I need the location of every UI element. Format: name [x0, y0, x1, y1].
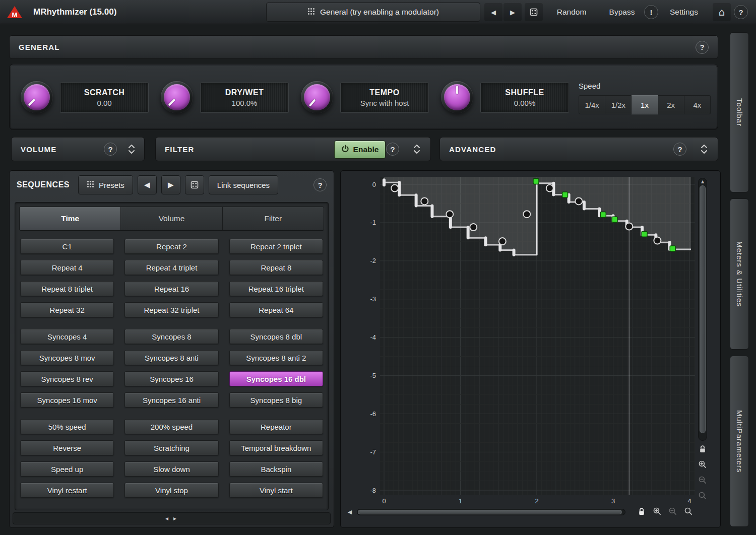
sequence-preset-syncopes-16-anti[interactable]: Syncopes 16 anti: [124, 392, 218, 408]
sequence-preset-repeat-4-triplet[interactable]: Repeat 4 triplet: [124, 260, 218, 275]
volume-collapse-control[interactable]: [126, 143, 137, 155]
sequence-preset-vinyl-stop[interactable]: Vinyl stop: [124, 483, 218, 498]
tab-time[interactable]: Time: [20, 207, 121, 230]
sequence-preset-syncopes-8-mov[interactable]: Syncopes 8 mov: [20, 350, 114, 365]
lock-vertical-icon[interactable]: [697, 443, 709, 455]
sequence-preset-repeat-32-triplet[interactable]: Repeat 32 triplet: [124, 302, 218, 317]
sequence-preset-repeat-2-triplet[interactable]: Repeat 2 triplet: [229, 239, 323, 254]
zoom-fit-vertical-icon[interactable]: [697, 490, 709, 502]
sequence-preset-syncopes-4[interactable]: Syncopes 4: [20, 329, 114, 344]
zoom-in-horizontal-icon[interactable]: [651, 505, 663, 517]
sequence-preset-backspin[interactable]: Backspin: [229, 461, 323, 477]
shuffle-display[interactable]: SHUFFLE 0.00%: [480, 82, 569, 113]
sequence-preset-repeator[interactable]: Repeator: [229, 419, 323, 434]
general-section-header[interactable]: GENERAL ?: [9, 35, 718, 59]
sequence-preset-repeat-16-triplet[interactable]: Repeat 16 triplet: [229, 281, 323, 296]
filter-section-header[interactable]: FILTER Enable ?: [155, 137, 431, 161]
sequence-preset-repeat-32[interactable]: Repeat 32: [20, 302, 114, 317]
tempo-display[interactable]: TEMPO Sync with host: [340, 82, 429, 113]
filter-enable-button[interactable]: Enable: [334, 141, 386, 159]
tab-meters-utilities[interactable]: Meters & Utilities: [730, 198, 749, 350]
vscroll-thumb[interactable]: [700, 185, 706, 433]
sequence-preset-repeat-16[interactable]: Repeat 16: [124, 281, 218, 296]
filter-collapse-control[interactable]: [411, 143, 422, 155]
sequence-preset-slow-down[interactable]: Slow down: [124, 461, 218, 477]
sequence-preset-repeat-8-triplet[interactable]: Repeat 8 triplet: [20, 281, 114, 296]
melda-logo-icon[interactable]: M: [6, 5, 23, 19]
filter-help-button[interactable]: ?: [386, 143, 399, 156]
sequence-preset-syncopes-16-dbl[interactable]: Syncopes 16 dbl: [229, 371, 323, 386]
sequence-preset-repeat-2[interactable]: Repeat 2: [124, 239, 218, 254]
sequences-hscrollbar[interactable]: ◂ ▸: [13, 512, 331, 524]
bypass-button[interactable]: Bypass: [603, 3, 641, 21]
sequence-step-editor[interactable]: 0-1-2-3-4-5-6-7-801234: [341, 171, 721, 528]
tab-toolbar[interactable]: Toolbar: [730, 32, 749, 192]
speed-option-14x[interactable]: 1/4x: [579, 95, 605, 114]
sequences-help-button[interactable]: ?: [313, 178, 327, 191]
sequence-preset-c1[interactable]: C1: [20, 239, 114, 254]
preset-selector[interactable]: General (try enabling a modulator): [266, 3, 480, 22]
sequence-preset-50-speed[interactable]: 50% speed: [20, 419, 114, 434]
tab-volume[interactable]: Volume: [121, 207, 222, 230]
home-icon[interactable]: ⌂: [713, 3, 731, 21]
tab-filter[interactable]: Filter: [223, 207, 324, 230]
sequences-prev-button[interactable]: ◀: [138, 175, 157, 194]
sequence-preset-syncopes-16[interactable]: Syncopes 16: [124, 371, 218, 386]
help-button[interactable]: ?: [734, 5, 748, 19]
sequence-preset-syncopes-8-anti-2[interactable]: Syncopes 8 anti 2: [229, 350, 323, 365]
sequence-preset-scratching[interactable]: Scratching: [124, 440, 218, 455]
random-button[interactable]: Random: [549, 3, 594, 21]
sequence-preset-repeat-8[interactable]: Repeat 8: [229, 260, 323, 275]
advanced-section-header[interactable]: ADVANCED ?: [439, 137, 718, 161]
graph-hscrollbar[interactable]: [357, 509, 625, 515]
sequence-preset-200-speed[interactable]: 200% speed: [124, 419, 218, 434]
general-help-button[interactable]: ?: [696, 41, 709, 54]
speed-option-1x[interactable]: 1x: [632, 95, 658, 114]
sequences-random-dice-icon[interactable]: [185, 175, 204, 194]
scroll-up-icon[interactable]: ▲: [699, 179, 707, 184]
link-sequences-button[interactable]: Link sequences: [209, 175, 278, 194]
graph-scroll-left-button[interactable]: ◀: [345, 507, 355, 517]
sequence-preset-syncopes-8-big[interactable]: Syncopes 8 big: [229, 392, 323, 408]
speed-option-4x[interactable]: 4x: [684, 95, 711, 114]
speed-option-12x[interactable]: 1/2x: [605, 95, 632, 114]
sequence-preset-temporal-breakdown[interactable]: Temporal breakdown: [229, 440, 323, 455]
random-preset-dice-icon[interactable]: [525, 3, 543, 21]
advanced-collapse-control[interactable]: [699, 143, 710, 155]
sequence-preset-reverse[interactable]: Reverse: [20, 440, 114, 455]
sequence-preset-vinyl-start[interactable]: Vinyl start: [229, 483, 323, 498]
sequence-preset-repeat-64[interactable]: Repeat 64: [229, 302, 323, 317]
volume-section-header[interactable]: VOLUME ?: [11, 137, 145, 161]
panic-exclamation-button[interactable]: !: [644, 5, 658, 19]
lock-horizontal-icon[interactable]: [636, 505, 648, 517]
volume-help-button[interactable]: ?: [104, 143, 117, 156]
sequence-preset-vinyl-restart[interactable]: Vinyl restart: [20, 483, 114, 498]
drywet-knob[interactable]: [161, 81, 193, 113]
shuffle-knob[interactable]: [441, 81, 473, 113]
hscroll-thumb[interactable]: [358, 510, 622, 514]
next-preset-button[interactable]: ▶: [503, 3, 522, 21]
zoom-reset-icon[interactable]: [682, 505, 695, 517]
previous-preset-button[interactable]: ◀: [484, 3, 502, 21]
zoom-in-vertical-icon[interactable]: [697, 458, 709, 471]
advanced-help-button[interactable]: ?: [673, 143, 686, 156]
sequence-preset-syncopes-8-rev[interactable]: Syncopes 8 rev: [20, 371, 114, 386]
sequence-preset-syncopes-8-dbl[interactable]: Syncopes 8 dbl: [229, 329, 323, 344]
scratch-knob[interactable]: [21, 81, 53, 113]
sequence-preset-syncopes-8[interactable]: Syncopes 8: [124, 329, 218, 344]
tab-multiparameters[interactable]: MultiParameters: [730, 356, 749, 527]
sequence-preset-syncopes-8-anti[interactable]: Syncopes 8 anti: [124, 350, 218, 365]
sequences-next-button[interactable]: ▶: [161, 175, 180, 194]
tempo-knob[interactable]: [301, 81, 333, 113]
scratch-display[interactable]: SCRATCH 0.00: [60, 82, 149, 113]
zoom-out-horizontal-icon[interactable]: [667, 505, 679, 517]
graph-vscrollbar[interactable]: ▲: [698, 178, 707, 441]
zoom-out-vertical-icon[interactable]: [697, 474, 709, 486]
sequence-preset-speed-up[interactable]: Speed up: [20, 461, 114, 477]
sequence-preset-syncopes-16-mov[interactable]: Syncopes 16 mov: [20, 392, 114, 408]
drywet-display[interactable]: DRY/WET 100.0%: [200, 82, 289, 113]
sequence-preset-repeat-4[interactable]: Repeat 4: [20, 260, 114, 275]
sequences-presets-button[interactable]: Presets: [78, 175, 133, 194]
settings-button[interactable]: Settings: [663, 3, 705, 21]
speed-option-2x[interactable]: 2x: [658, 95, 684, 114]
